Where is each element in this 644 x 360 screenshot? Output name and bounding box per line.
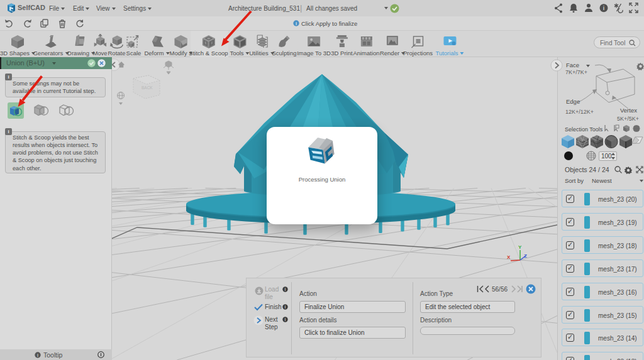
svg-text:i: i <box>296 21 297 26</box>
svg-text:Y: Y <box>518 244 522 250</box>
svg-text:Z: Z <box>524 253 527 259</box>
svg-text:i: i <box>285 305 286 309</box>
svg-text:i: i <box>285 287 286 292</box>
svg-text:X: X <box>507 254 511 260</box>
svg-text:i: i <box>285 317 286 322</box>
svg-text:i: i <box>37 353 38 357</box>
svg-text:BACK: BACK <box>142 85 153 90</box>
svg-text:i: i <box>603 5 605 11</box>
